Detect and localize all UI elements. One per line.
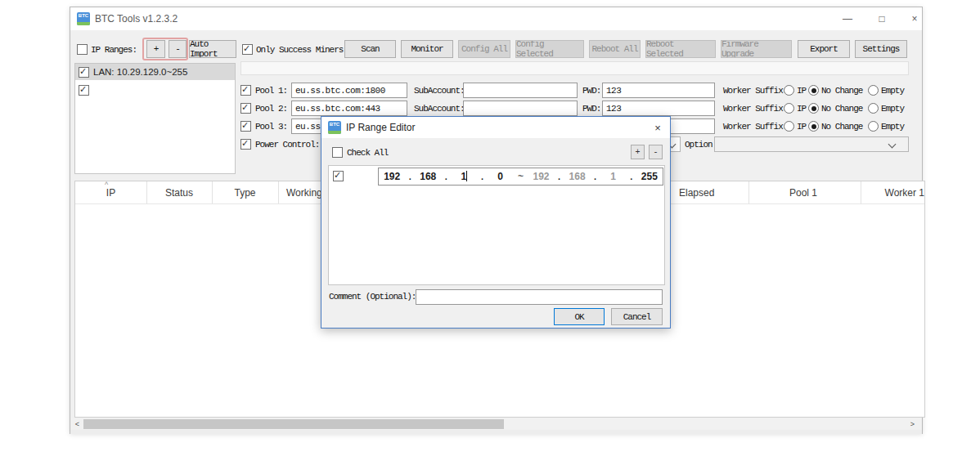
- octet-from-1[interactable]: 192: [379, 171, 405, 182]
- dialog-add-range-button[interactable]: +: [631, 145, 645, 159]
- pool2-suffix-empty-label: Empty: [881, 104, 904, 114]
- pool2-url-input[interactable]: eu.ss.btc.com:443: [291, 101, 407, 116]
- pool3-suffix-nochange-radio[interactable]: [808, 121, 819, 132]
- pool2-suffix-nochange-radio[interactable]: [808, 103, 819, 114]
- octet-from-2[interactable]: 168: [415, 171, 441, 182]
- octet-to-1[interactable]: 192: [528, 171, 554, 182]
- minimize-button[interactable]: —: [835, 7, 860, 30]
- config-selected-button[interactable]: Config Selected: [515, 40, 584, 58]
- pool3-suffix-ip-radio[interactable]: [784, 121, 794, 132]
- pool1-subaccount-label: SubAccount:: [414, 86, 465, 96]
- lan-range-checkbox[interactable]: [79, 67, 89, 78]
- column-divider: [278, 181, 279, 203]
- comment-label: Comment (Optional):: [329, 292, 416, 302]
- option-dropdown[interactable]: [714, 136, 909, 152]
- ip-dot: .: [627, 172, 636, 181]
- column-header-status[interactable]: Status: [146, 187, 212, 199]
- second-range-checkbox[interactable]: [79, 85, 89, 96]
- dialog-remove-range-button[interactable]: -: [649, 145, 663, 159]
- firmware-upgrade-button[interactable]: Firmware Upgrade: [721, 40, 792, 58]
- pool2-suffix-nochange-label: No Change: [821, 104, 862, 114]
- pool3-checkbox[interactable]: [241, 121, 251, 132]
- cancel-button[interactable]: Cancel: [611, 308, 663, 325]
- auto-import-button[interactable]: Auto Import: [189, 40, 236, 58]
- pool2-checkbox[interactable]: [241, 103, 251, 114]
- only-success-miners-checkbox[interactable]: [242, 44, 253, 55]
- pool2-suffix-ip-radio[interactable]: [784, 103, 794, 114]
- scroll-left-arrow[interactable]: <: [71, 418, 83, 430]
- export-label: Export: [810, 44, 838, 54]
- btc-app-icon-text: BTC: [77, 13, 90, 18]
- pool3-suffix-empty-radio[interactable]: [868, 121, 879, 132]
- pool1-url-value: eu.ss.btc.com:1800: [295, 86, 385, 96]
- pool1-suffix-empty-radio[interactable]: [868, 85, 879, 96]
- window-title: BTC Tools v1.2.3.2: [95, 13, 178, 25]
- column-header-worker1[interactable]: Worker 1: [848, 187, 924, 199]
- ip-range-list-item-lan[interactable]: LAN: 10.29.129.0~255: [75, 64, 235, 80]
- pool2-suffix-empty-radio[interactable]: [868, 103, 879, 114]
- maximize-icon: □: [879, 13, 884, 25]
- reboot-selected-button[interactable]: Reboot Selected: [645, 40, 716, 58]
- pool2-pwd-input[interactable]: 123: [602, 101, 715, 116]
- pool1-suffix-nochange-radio[interactable]: [808, 85, 819, 96]
- scroll-right-arrow[interactable]: >: [906, 418, 919, 430]
- option-label: Option: [685, 140, 713, 150]
- remove-range-button[interactable]: -: [169, 40, 187, 58]
- monitor-button[interactable]: Monitor: [401, 40, 453, 58]
- pool1-subaccount-input[interactable]: [463, 83, 578, 98]
- power-control-checkbox[interactable]: [241, 139, 251, 150]
- range-row-checkbox[interactable]: [333, 171, 344, 181]
- scan-button[interactable]: Scan: [344, 40, 396, 58]
- ok-button[interactable]: OK: [554, 308, 605, 325]
- export-button[interactable]: Export: [798, 40, 850, 58]
- pool1-suffix-ip-radio[interactable]: [784, 85, 794, 96]
- reboot-all-button[interactable]: Reboot All: [589, 40, 641, 58]
- horizontal-scrollbar[interactable]: < >: [71, 418, 921, 430]
- chevron-down-icon: [888, 141, 897, 149]
- dialog-close-button[interactable]: ×: [645, 117, 670, 138]
- column-header-ip[interactable]: IP: [75, 187, 146, 199]
- octet-from-3[interactable]: 1: [451, 171, 477, 182]
- pool2-label: Pool 2:: [255, 104, 287, 114]
- auto-import-label: Auto Import: [190, 40, 236, 58]
- scroll-left-icon: <: [75, 420, 79, 428]
- add-range-button[interactable]: +: [146, 40, 165, 58]
- pool3-suffix-nochange-label: No Change: [821, 122, 862, 132]
- pool1-pwd-label: PWD:: [582, 86, 600, 96]
- reboot-selected-label: Reboot Selected: [646, 40, 715, 58]
- octet-from-4[interactable]: 0: [487, 171, 513, 182]
- column-header-type[interactable]: Type: [212, 187, 278, 199]
- statusbar-strip: [70, 430, 922, 434]
- pool3-suffix-empty-label: Empty: [881, 122, 904, 132]
- comment-input[interactable]: [416, 289, 663, 305]
- pool2-url-value: eu.ss.btc.com:443: [295, 104, 380, 114]
- pool3-label: Pool 3:: [255, 122, 287, 132]
- ip-dot: .: [441, 172, 451, 181]
- pool1-pwd-input[interactable]: 123: [602, 83, 715, 98]
- config-all-button[interactable]: Config All: [458, 40, 510, 58]
- ip-range-listbox: 192 . 168 . 1 . 0 ~ 192 . 168 . 1 . 255: [328, 165, 665, 285]
- octet-to-2[interactable]: 168: [564, 171, 590, 182]
- pool1-url-input[interactable]: eu.ss.btc.com:1800: [291, 83, 407, 98]
- check-all-label: Check All: [347, 148, 388, 159]
- ip-range-input[interactable]: 192 . 168 . 1 . 0 ~ 192 . 168 . 1 . 255: [378, 168, 663, 186]
- pool2-pwd-label: PWD:: [582, 104, 600, 114]
- maximize-button[interactable]: □: [870, 7, 894, 30]
- scrollbar-thumb[interactable]: [83, 419, 504, 429]
- column-header-elapsed[interactable]: Elapsed: [679, 187, 748, 199]
- settings-button[interactable]: Settings: [855, 40, 907, 58]
- column-header-pool1[interactable]: Pool 1: [750, 187, 856, 199]
- pool1-suffix-nochange-label: No Change: [821, 86, 862, 96]
- pool1-checkbox[interactable]: [241, 85, 251, 96]
- close-button[interactable]: ×: [902, 7, 927, 30]
- octet-to-3[interactable]: 1: [600, 171, 627, 182]
- ip-ranges-checkbox[interactable]: [77, 44, 88, 55]
- only-success-miners-label: Only Success Miners: [256, 45, 343, 56]
- check-all-checkbox[interactable]: [332, 147, 343, 158]
- octet-to-4[interactable]: 255: [636, 171, 663, 182]
- minus-icon: -: [175, 44, 180, 54]
- pool1-suffix-empty-label: Empty: [881, 86, 904, 96]
- ip-range-editor-dialog: BTC IP Range Editor × Check All + - 192 …: [321, 116, 671, 329]
- reboot-all-label: Reboot All: [591, 44, 637, 54]
- pool2-subaccount-input[interactable]: [463, 101, 578, 116]
